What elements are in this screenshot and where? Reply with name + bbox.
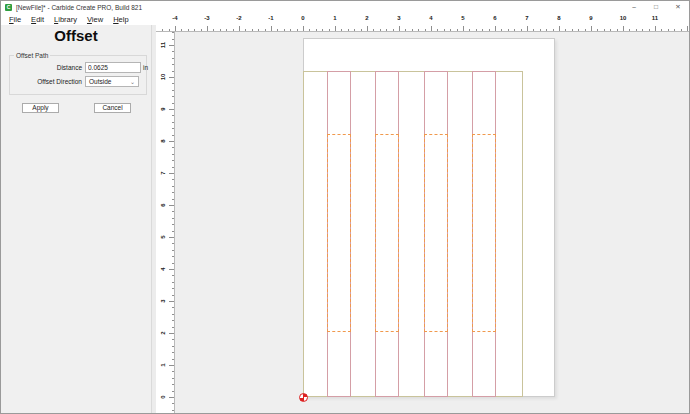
ruler-label: 8 — [159, 135, 167, 147]
selected-rectangle-vector[interactable] — [327, 134, 351, 332]
ruler-label: 0 — [159, 391, 167, 403]
ruler-tick — [405, 29, 406, 31]
ruler-tick — [172, 250, 174, 251]
ruler-tick — [578, 29, 579, 31]
ruler-label: -4 — [167, 15, 183, 21]
ruler-label: 3 — [391, 15, 407, 21]
ruler-tick — [489, 29, 490, 31]
ruler-tick — [553, 29, 554, 31]
ruler-label: 3 — [159, 295, 167, 307]
ruler-label: 2 — [359, 15, 375, 21]
design-canvas[interactable] — [175, 32, 690, 414]
ruler-tick — [172, 288, 174, 289]
ruler-label: 11 — [647, 15, 663, 21]
ruler-tick — [271, 26, 272, 31]
ruler-tick — [172, 83, 174, 84]
ruler-tick — [172, 410, 174, 411]
ruler-tick — [172, 320, 174, 321]
ruler-label: -2 — [231, 15, 247, 21]
ruler-tick — [284, 29, 285, 31]
selected-rectangle-vector[interactable] — [472, 134, 496, 332]
ruler-tick — [172, 231, 174, 232]
selected-rectangle-vector[interactable] — [424, 134, 448, 332]
ruler-tick — [585, 29, 586, 31]
ruler-tick — [172, 314, 174, 315]
menu-item-help[interactable]: Help — [108, 15, 133, 24]
ruler-tick — [172, 122, 174, 123]
minimize-button[interactable]: – — [623, 1, 645, 13]
ruler-tick — [367, 26, 368, 31]
ruler-tick — [597, 29, 598, 31]
menu-item-view[interactable]: View — [82, 15, 108, 24]
ruler-tick — [297, 29, 298, 31]
distance-input[interactable] — [85, 62, 141, 73]
ruler-tick — [527, 26, 528, 31]
ruler-tick — [172, 96, 174, 97]
close-button[interactable]: ✕ — [667, 1, 689, 13]
ruler-tick — [172, 403, 174, 404]
ruler-tick — [207, 26, 208, 31]
cancel-button[interactable]: Cancel — [94, 103, 131, 113]
menu-item-file[interactable]: File — [4, 15, 26, 24]
ruler-tick — [172, 346, 174, 347]
distance-label: Distance — [10, 64, 82, 71]
menu-item-edit[interactable]: Edit — [26, 15, 49, 24]
selected-rectangle-vector[interactable] — [375, 134, 399, 332]
ruler-tick — [335, 26, 336, 31]
ruler-tick — [687, 26, 688, 31]
ruler-tick — [418, 29, 419, 31]
ruler-tick — [521, 29, 522, 31]
ruler-tick — [172, 179, 174, 180]
ruler-label: -1 — [263, 15, 279, 21]
ruler-tick — [172, 391, 174, 392]
ruler-tick — [169, 205, 174, 206]
ruler-tick — [508, 29, 509, 31]
ruler-tick — [169, 141, 174, 142]
ruler-tick — [169, 333, 174, 334]
ruler-label: 9 — [159, 103, 167, 115]
ruler-tick — [169, 29, 170, 31]
ruler-tick — [309, 29, 310, 31]
ruler-tick — [169, 45, 174, 46]
ruler-tick — [172, 275, 174, 276]
ruler-tick — [348, 29, 349, 31]
menu-item-library[interactable]: Library — [49, 15, 82, 24]
ruler-label: 10 — [615, 15, 631, 21]
ruler-label: 1 — [159, 359, 167, 371]
ruler-tick — [172, 199, 174, 200]
ruler-tick — [233, 29, 234, 31]
ruler-tick — [277, 29, 278, 31]
ruler-tick — [463, 26, 464, 31]
maximize-button[interactable]: □ — [645, 1, 667, 13]
ruler-tick — [469, 29, 470, 31]
ruler-tick — [425, 29, 426, 31]
ruler-tick — [303, 26, 304, 31]
ruler-tick — [172, 352, 174, 353]
ruler-tick — [629, 29, 630, 31]
ruler-tick — [172, 135, 174, 136]
ruler-label: 7 — [519, 15, 535, 21]
ruler-tick — [172, 71, 174, 72]
ruler-tick — [546, 29, 547, 31]
ruler-tick — [172, 51, 174, 52]
ruler-tick — [604, 29, 605, 31]
app-window: C [NewFile]* - Carbide Create PRO, Build… — [0, 0, 690, 414]
group-label: Offset Path — [14, 52, 50, 59]
ruler-label: 4 — [159, 263, 167, 275]
apply-button[interactable]: Apply — [22, 103, 59, 113]
ruler-tick — [674, 29, 675, 31]
ruler-tick — [649, 29, 650, 31]
ruler-tick — [172, 218, 174, 219]
ruler-tick — [172, 371, 174, 372]
ruler-tick — [373, 29, 374, 31]
ruler-tick — [495, 26, 496, 31]
ruler-tick — [172, 307, 174, 308]
ruler-tick — [450, 29, 451, 31]
ruler-tick — [457, 29, 458, 31]
ruler-tick — [172, 58, 174, 59]
window-title: [NewFile]* - Carbide Create PRO, Build 8… — [16, 4, 142, 11]
ruler-tick — [169, 301, 174, 302]
ruler-tick — [172, 192, 174, 193]
ruler-label: 5 — [455, 15, 471, 21]
offset-direction-dropdown[interactable]: Outside ⌄ — [85, 76, 139, 87]
